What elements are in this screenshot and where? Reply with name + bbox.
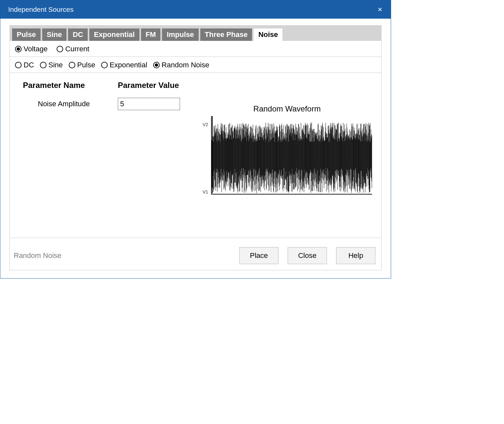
radio-wf-exponential[interactable]: Exponential [101, 61, 147, 69]
help-button[interactable]: Help [336, 247, 375, 264]
radio-voltage[interactable]: Voltage [15, 45, 47, 53]
radio-icon [40, 62, 46, 68]
dialog-window: Independent Sources × Pulse Sine DC Expo… [0, 0, 391, 279]
radio-icon [101, 62, 108, 68]
radio-label: DC [24, 61, 34, 69]
footer-buttons: Place Close Help [239, 247, 375, 264]
tab-sine[interactable]: Sine [42, 28, 66, 41]
source-type-row: Voltage Current [10, 41, 381, 57]
tab-fm[interactable]: FM [141, 28, 161, 41]
noise-trace-icon [212, 116, 372, 194]
parameter-area: Parameter Name Parameter Value Noise Amp… [10, 73, 381, 230]
noise-amplitude-input[interactable] [118, 98, 180, 110]
tab-exponential[interactable]: Exponential [89, 28, 139, 41]
radio-current[interactable]: Current [57, 45, 89, 53]
radio-wf-pulse[interactable]: Pulse [69, 61, 95, 69]
close-icon[interactable]: × [374, 4, 386, 15]
dialog-content: Pulse Sine DC Exponential FM Impulse Thr… [0, 19, 391, 278]
tab-pulse[interactable]: Pulse [12, 28, 41, 41]
radio-icon [15, 46, 22, 52]
tab-noise[interactable]: Noise [254, 28, 282, 41]
radio-wf-randomnoise[interactable]: Random Noise [153, 61, 209, 69]
radio-label: Random Noise [162, 61, 209, 69]
chart-axes: V2 V1 [211, 116, 372, 195]
radio-icon [153, 62, 160, 68]
radio-label: Pulse [77, 61, 95, 69]
waveform-type-row: DC Sine Pulse Exponential Random Noise [10, 57, 381, 73]
radio-wf-sine[interactable]: Sine [40, 61, 63, 69]
radio-label: Sine [48, 61, 63, 69]
radio-icon [69, 62, 75, 68]
waveform-preview: Random Waveform V2 V1 [202, 104, 372, 195]
window-title: Independent Sources [8, 6, 74, 13]
y-tick-v2: V2 [203, 122, 208, 127]
tab-panel: Voltage Current DC Sine Pulse [9, 41, 382, 270]
header-param-name: Parameter Name [23, 81, 105, 90]
parameter-headers: Parameter Name Parameter Value [23, 81, 372, 90]
header-param-value: Parameter Value [118, 81, 200, 90]
footer-status-label: Random Noise [14, 251, 62, 260]
radio-label: Exponential [110, 61, 147, 69]
radio-icon [57, 46, 63, 52]
tab-dc[interactable]: DC [68, 28, 88, 41]
radio-label: Current [65, 45, 89, 53]
tab-impulse[interactable]: Impulse [162, 28, 198, 41]
y-tick-v1: V1 [203, 189, 208, 195]
place-button[interactable]: Place [239, 247, 279, 264]
radio-wf-dc[interactable]: DC [15, 61, 34, 69]
radio-label: Voltage [24, 45, 47, 53]
tab-threephase[interactable]: Three Phase [200, 28, 252, 41]
titlebar: Independent Sources × [0, 0, 391, 19]
close-button[interactable]: Close [288, 247, 327, 264]
radio-icon [15, 62, 22, 68]
tabstrip: Pulse Sine DC Exponential FM Impulse Thr… [9, 25, 382, 41]
chart-title: Random Waveform [202, 104, 372, 113]
dialog-footer: Random Noise Place Close Help [10, 238, 381, 270]
param-label: Noise Amplitude [23, 100, 105, 108]
